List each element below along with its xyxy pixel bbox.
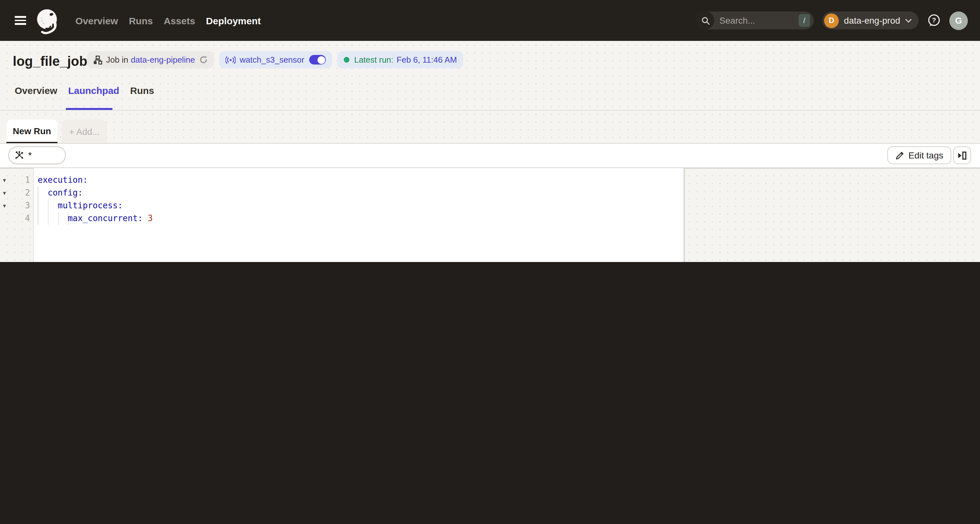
help-icon[interactable]: ? (927, 13, 941, 27)
tab-launchpad[interactable]: Launchpad (68, 85, 119, 96)
tab-overview[interactable]: Overview (15, 85, 57, 96)
tab-runs[interactable]: Runs (130, 85, 154, 96)
session-tab-add[interactable]: + Add... (62, 119, 107, 144)
search-placeholder: Search... (719, 15, 755, 25)
hamburger-menu-icon[interactable] (15, 16, 26, 25)
line-number: 3 (0, 199, 30, 212)
op-selector-input[interactable]: * (8, 147, 66, 164)
line-number: 1 (0, 174, 30, 186)
session-tab-new-run[interactable]: New Run (6, 119, 57, 144)
nav-item-deployment[interactable]: Deployment (206, 15, 261, 26)
latest-run-link[interactable]: Feb 6, 11:46 AM (397, 55, 457, 65)
nav-item-assets[interactable]: Assets (164, 15, 195, 26)
sensor-link[interactable]: watch_s3_sensor (240, 55, 304, 65)
config-editor[interactable]: ▼ ▼ ▼ 1 2 3 4 execution: config: multipr… (0, 168, 684, 262)
sensor-toggle[interactable] (310, 55, 326, 65)
edit-tags-label: Edit tags (908, 150, 943, 160)
job-in-label: Job in (106, 55, 128, 65)
dagster-logo-icon[interactable] (36, 8, 61, 37)
line-number: 4 (0, 212, 30, 225)
workspace-icon (93, 55, 102, 64)
launchpad-toolbar: * Edit tags (0, 144, 980, 167)
repo-link[interactable]: data-eng-pipeline (130, 55, 195, 65)
search-icon (696, 11, 714, 29)
nav-item-runs[interactable]: Runs (129, 15, 153, 26)
reload-icon[interactable] (199, 56, 208, 64)
search-shortcut-badge: / (799, 14, 810, 27)
nav-item-overview[interactable]: Overview (75, 15, 118, 26)
job-tabs: Overview Launchpad Runs (15, 85, 154, 96)
workspace-switcher[interactable]: D data-eng-prod (822, 11, 919, 29)
page-title: log_file_job (13, 54, 87, 69)
line-number: 2 (0, 186, 30, 199)
edit-tags-button[interactable]: Edit tags (888, 147, 951, 164)
editor-split-divider[interactable] (684, 168, 685, 262)
launchpad-page: Overview Runs Assets Deployment Search..… (0, 0, 980, 262)
top-navbar: Overview Runs Assets Deployment Search..… (0, 0, 980, 41)
latest-run-pill: Latest run: Feb 6, 11:46 AM (337, 51, 463, 68)
header-pills: Job in data-eng-pipeline watch_s3_sensor… (87, 51, 463, 68)
nav-right: Search... / D data-eng-prod ? G (696, 11, 980, 30)
op-selector-value: * (28, 149, 32, 160)
run-status-dot (344, 57, 350, 63)
chevron-down-icon (905, 18, 912, 23)
search-input[interactable]: Search... / (696, 11, 814, 29)
workspace-avatar: D (824, 13, 839, 28)
panel-expand-icon (958, 151, 967, 159)
sensor-icon (226, 56, 236, 64)
workspace-name: data-eng-prod (844, 15, 900, 25)
expand-panel-button[interactable] (953, 147, 971, 164)
job-repo-pill: Job in data-eng-pipeline (87, 51, 214, 68)
svg-text:?: ? (932, 16, 936, 24)
sensor-pill: watch_s3_sensor (219, 51, 332, 68)
code-line: multiprocess: (38, 199, 123, 212)
user-avatar[interactable]: G (949, 11, 968, 30)
code-line: config: (38, 186, 83, 199)
code-line: execution: (38, 174, 88, 186)
op-selector-icon (15, 151, 24, 160)
header-divider (0, 110, 980, 111)
latest-run-label: Latest run: (354, 55, 393, 65)
pencil-icon (896, 151, 904, 159)
code-line: max_concurrent: 3 (38, 212, 153, 225)
nav-links: Overview Runs Assets Deployment (75, 15, 261, 26)
